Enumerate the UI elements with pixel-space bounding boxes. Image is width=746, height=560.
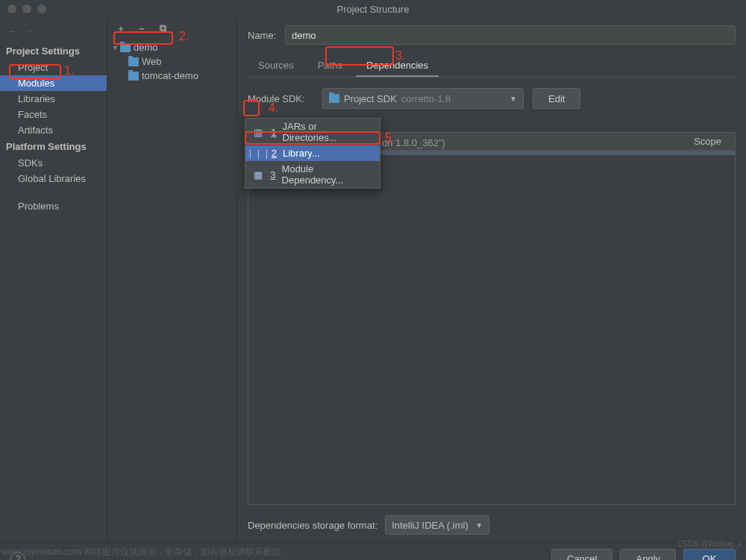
sidebar-item-artifacts[interactable]: Artifacts xyxy=(0,122,107,138)
name-label: Name: xyxy=(248,30,278,41)
sidebar-item-modules[interactable]: Modules xyxy=(0,75,107,91)
menu-label: JARs or Directories... xyxy=(283,121,372,143)
add-dependency-popup: ▥ 1 JARs or Directories... ❘❘❘ 2 Library… xyxy=(245,118,380,189)
menu-label: Library... xyxy=(283,148,320,159)
edit-sdk-button[interactable]: Edit xyxy=(533,88,580,109)
close-traffic-light[interactable] xyxy=(7,4,16,13)
storage-format-label: Dependencies storage format: xyxy=(248,520,377,531)
copy-module-icon[interactable]: ⧉ xyxy=(157,22,169,34)
web-folder-icon xyxy=(128,57,139,66)
watermark-text-2: CSDN @Wafeng_k xyxy=(677,540,742,548)
sidebar-item-facets[interactable]: Facets xyxy=(0,107,107,122)
module-details-panel: Name: Sources Paths Dependencies Module … xyxy=(237,18,746,542)
minimize-traffic-light[interactable] xyxy=(22,4,31,13)
zoom-traffic-light[interactable] xyxy=(37,4,46,13)
tab-sources[interactable]: Sources xyxy=(248,55,304,77)
chevron-down-icon: ▼ xyxy=(510,95,517,103)
sidebar-item-global-libraries[interactable]: Global Libraries xyxy=(0,171,107,186)
ok-button[interactable]: OK xyxy=(683,549,736,561)
tree-node-demo[interactable]: ▾ demo xyxy=(112,40,232,54)
menu-item-library[interactable]: ❘❘❘ 2 Library... xyxy=(245,145,380,161)
traffic-lights xyxy=(0,4,46,13)
module-folder-icon xyxy=(120,43,131,52)
tree-node-tomcat-demo[interactable]: tomcat-demo xyxy=(112,69,232,83)
apply-button[interactable]: Apply xyxy=(620,549,676,561)
module-tabs: Sources Paths Dependencies xyxy=(248,55,736,78)
menu-item-jars[interactable]: ▥ 1 JARs or Directories... xyxy=(245,119,380,145)
sidebar-heading-project: Project Settings xyxy=(0,43,107,60)
sdk-value-prefix: Project SDK xyxy=(344,93,397,104)
sdk-folder-icon xyxy=(329,94,339,103)
chevron-down-icon: ▼ xyxy=(475,521,483,529)
tab-paths[interactable]: Paths xyxy=(307,55,353,77)
tab-dependencies[interactable]: Dependencies xyxy=(356,55,439,77)
dependency-text-fragment: on 1.8.0_362") xyxy=(382,137,445,148)
module-sdk-label: Module SDK: xyxy=(248,93,313,104)
sidebar-item-project[interactable]: Project xyxy=(0,60,107,75)
tree-label: tomcat-demo xyxy=(142,70,198,81)
scope-column-header: Scope xyxy=(694,136,729,147)
titlebar: Project Structure xyxy=(0,0,746,18)
module-name-input[interactable] xyxy=(285,25,736,45)
sdk-value-suffix: corretto-1.8 xyxy=(401,93,451,104)
cancel-button[interactable]: Cancel xyxy=(551,549,612,561)
nav-forward-icon[interactable]: → xyxy=(25,25,34,37)
tree-label: Web xyxy=(142,56,162,67)
chevron-down-icon[interactable]: ▾ xyxy=(113,43,117,51)
menu-index: 2 xyxy=(269,148,277,159)
sidebar-item-libraries[interactable]: Libraries xyxy=(0,91,107,107)
module-sdk-select[interactable]: Project SDK corretto-1.8 ▼ xyxy=(322,88,524,109)
sidebar-heading-platform: Platform Settings xyxy=(0,138,107,155)
module-folder-icon xyxy=(128,72,139,81)
jar-icon: ▥ xyxy=(253,127,263,137)
module-tree-panel: + − ⧉ ▾ demo Web tomcat-demo xyxy=(107,18,237,542)
menu-item-module-dep[interactable]: ▦ 3 Module Dependency... xyxy=(245,161,380,188)
menu-index: 3 xyxy=(269,169,275,180)
settings-sidebar: ← → Project Settings Project Modules Lib… xyxy=(0,18,107,542)
module-icon: ▦ xyxy=(253,169,263,180)
window-title: Project Structure xyxy=(337,4,410,15)
sidebar-item-problems[interactable]: Problems xyxy=(0,198,107,214)
menu-label: Module Dependency... xyxy=(282,163,372,186)
storage-format-select[interactable]: IntelliJ IDEA (.iml) ▼ xyxy=(385,515,489,535)
tree-label: demo xyxy=(134,42,158,53)
add-module-icon[interactable]: + xyxy=(115,23,127,34)
nav-back-icon[interactable]: ← xyxy=(7,25,17,37)
menu-index: 1 xyxy=(269,127,277,138)
sidebar-item-sdks[interactable]: SDKs xyxy=(0,155,107,171)
library-icon: ❘❘❘ xyxy=(253,148,263,159)
tree-node-web[interactable]: Web xyxy=(112,54,232,69)
watermark-text: www.toymoban.com 网络图片仅供展示，非存储，如有侵权请联系删除。 xyxy=(1,546,290,559)
remove-module-icon[interactable]: − xyxy=(136,23,148,34)
storage-value: IntelliJ IDEA (.iml) xyxy=(392,520,468,531)
